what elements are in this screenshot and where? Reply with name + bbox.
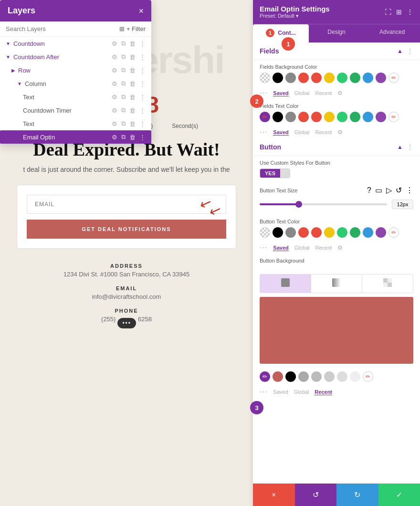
fullscreen-icon[interactable]: ⛶ xyxy=(385,8,391,16)
global-tab[interactable]: Global xyxy=(294,90,310,96)
layer-item-countdown[interactable]: ▼ Countdown ⚙ ⧉ 🗑 ⋮ xyxy=(0,37,151,50)
more-size-icon[interactable]: ⋮ xyxy=(406,186,413,195)
saved-tab-3[interactable]: Saved xyxy=(273,245,288,251)
trash-icon[interactable]: 🗑 xyxy=(129,107,136,114)
color-swatch-yellow[interactable] xyxy=(324,73,335,83)
bg-tab-gradient[interactable] xyxy=(311,274,362,293)
trash-icon[interactable]: 🗑 xyxy=(129,94,136,101)
btn-color-gray[interactable] xyxy=(285,227,296,238)
color-settings-icon[interactable]: ⚙ xyxy=(337,90,343,96)
color-swatch-dark-green[interactable] xyxy=(350,73,360,83)
email-input[interactable] xyxy=(27,195,226,214)
layer-item-text-2[interactable]: Text ⚙ ⧉ 🗑 ⋮ xyxy=(0,117,151,130)
gear-icon[interactable]: ⚙ xyxy=(112,107,117,114)
color-swatch-black[interactable] xyxy=(273,73,283,83)
bg-tab-pattern[interactable] xyxy=(362,274,413,293)
saved-tab-2[interactable]: Saved xyxy=(273,129,288,136)
copy-icon[interactable]: ⧉ xyxy=(121,120,126,127)
color-swatch-blue[interactable] xyxy=(363,73,373,83)
layer-item-countdown-after[interactable]: ▼ Countdown After ⚙ ⧉ 🗑 ⋮ xyxy=(0,50,151,63)
layer-item-column[interactable]: ▼ Column ⚙ ⧉ 🗑 ⋮ xyxy=(0,77,151,90)
color-swatch-green-2[interactable] xyxy=(337,112,347,122)
btn-color-pencil[interactable]: ✏ xyxy=(388,227,399,238)
copy-icon[interactable]: ⧉ xyxy=(121,80,126,87)
btn-color-red[interactable] xyxy=(298,227,309,238)
gear-icon[interactable]: ⚙ xyxy=(112,94,117,101)
color-swatch-red2[interactable] xyxy=(311,73,322,83)
fields-collapse-icon[interactable]: ▲ xyxy=(397,48,403,54)
copy-icon[interactable]: ⧉ xyxy=(121,93,126,101)
color-settings-icon-3[interactable]: ⚙ xyxy=(337,244,343,251)
global-tab-4[interactable]: Global xyxy=(294,389,309,395)
gear-icon[interactable]: ⚙ xyxy=(112,40,117,47)
btn-color-dark-green[interactable] xyxy=(350,227,360,238)
color-swatch-dark-green-2[interactable] xyxy=(350,112,360,122)
redo-button[interactable]: ↻ xyxy=(336,484,378,506)
tab-content[interactable]: 1 Cont... xyxy=(253,24,309,42)
gear-icon[interactable]: ⚙ xyxy=(112,53,117,61)
toggle-yes[interactable]: YES xyxy=(260,169,280,178)
cancel-button[interactable]: × xyxy=(253,484,295,506)
bottom-swatch-gray2[interactable] xyxy=(311,371,322,382)
btn-color-black[interactable] xyxy=(273,227,283,238)
color-pencil-icon[interactable]: ✏ xyxy=(388,73,399,83)
cursor-icon[interactable]: ▷ xyxy=(386,186,392,195)
color-swatch-transparent[interactable] xyxy=(260,73,270,83)
btn-color-red2[interactable] xyxy=(311,227,322,238)
btn-color-transparent[interactable] xyxy=(260,227,270,238)
more-icon[interactable]: ⋮ xyxy=(139,53,146,61)
color-swatch-red-3[interactable] xyxy=(298,112,309,122)
gear-icon[interactable]: ⚙ xyxy=(112,67,117,74)
btn-color-yellow[interactable] xyxy=(324,227,335,238)
grid-icon[interactable]: ⊞ xyxy=(396,8,402,16)
global-tab-3[interactable]: Global xyxy=(294,245,310,251)
color-swatch-black-2[interactable] xyxy=(273,112,283,122)
recent-tab-active[interactable]: Recent xyxy=(315,389,332,395)
more-icon[interactable]: ⋮ xyxy=(139,107,146,114)
trash-icon[interactable]: 🗑 xyxy=(129,80,136,87)
device-icon[interactable]: ▭ xyxy=(375,186,382,195)
bottom-edit-icon[interactable]: ✏ xyxy=(363,371,373,382)
color-swatch-gray-2[interactable] xyxy=(285,112,296,122)
color-swatch-blue-2[interactable] xyxy=(363,112,373,122)
tab-design[interactable]: Design xyxy=(309,24,365,42)
more-options-icon[interactable]: ⋮ xyxy=(407,8,413,16)
trash-icon[interactable]: 🗑 xyxy=(129,67,136,74)
btn-color-green[interactable] xyxy=(337,227,347,238)
recent-tab-2[interactable]: Recent xyxy=(315,129,332,135)
more-icon[interactable]: ⋮ xyxy=(139,40,146,47)
more-icon[interactable]: ⋮ xyxy=(139,94,146,101)
more-icon-active[interactable]: ⋮ xyxy=(139,134,146,141)
slider-track[interactable] xyxy=(260,203,387,205)
bottom-swatch-black[interactable] xyxy=(285,371,296,382)
copy-icon[interactable]: ⧉ xyxy=(121,53,126,61)
bottom-swatch-light[interactable] xyxy=(350,371,360,382)
color-swatch-purple[interactable] xyxy=(376,73,386,83)
tab-advanced[interactable]: Advanced xyxy=(364,24,420,42)
bg-tab-solid[interactable] xyxy=(260,274,311,293)
trash-icon[interactable]: 🗑 xyxy=(129,53,136,61)
color-swatch-red-4[interactable] xyxy=(311,112,322,122)
color-swatch-green[interactable] xyxy=(337,73,347,83)
trash-icon[interactable]: 🗑 xyxy=(129,40,136,47)
settings-preset[interactable]: Preset: Default ▾ xyxy=(260,13,330,19)
trash-icon[interactable]: 🗑 xyxy=(129,120,136,127)
copy-icon-active[interactable]: ⧉ xyxy=(121,133,126,141)
submit-button[interactable]: GET DEAL NOTIFICATIONS xyxy=(27,220,226,239)
slider-value[interactable]: 12px xyxy=(392,200,413,209)
btn-color-purple[interactable] xyxy=(376,227,386,238)
color-swatch-yellow-2[interactable] xyxy=(324,112,335,122)
bottom-swatch-salmon[interactable] xyxy=(273,371,283,382)
color-pencil-active[interactable]: ✏ xyxy=(260,112,270,122)
button-bg-preview[interactable] xyxy=(260,297,413,364)
copy-icon[interactable]: ⧉ xyxy=(121,106,126,114)
recent-tab[interactable]: Recent xyxy=(315,90,332,96)
color-swatch-red[interactable] xyxy=(298,73,309,83)
undo-icon[interactable]: ↺ xyxy=(396,186,402,195)
saved-tab-4[interactable]: Saved xyxy=(273,389,288,395)
bottom-swatch-gray3[interactable] xyxy=(324,371,335,382)
layer-item-text-1[interactable]: Text ⚙ ⧉ 🗑 ⋮ xyxy=(0,90,151,104)
layers-search-input[interactable] xyxy=(6,25,116,32)
button-more-icon[interactable]: ⋮ xyxy=(407,143,413,151)
layer-item-row[interactable]: ▶ Row ⚙ ⧉ 🗑 ⋮ xyxy=(0,63,151,77)
